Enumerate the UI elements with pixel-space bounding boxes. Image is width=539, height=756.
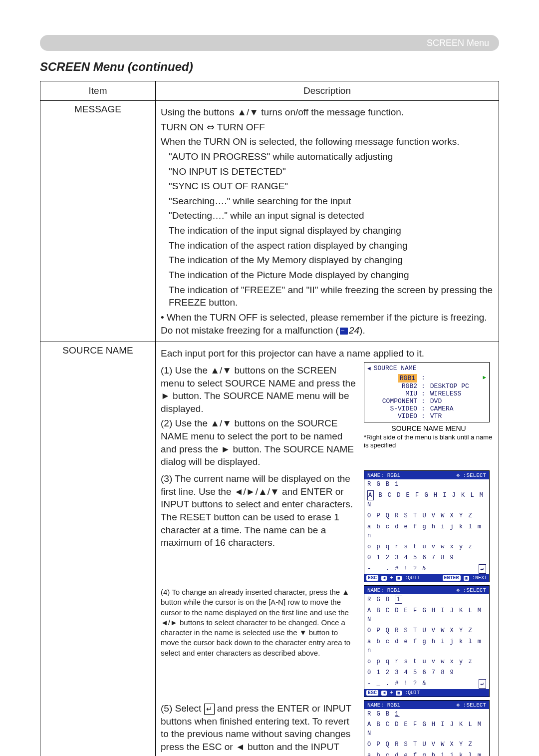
back-triangle-icon: ◀	[367, 365, 371, 372]
left-triangle-icon: ◀	[381, 576, 387, 581]
message-intro: Using the buttons ▲/▼ turns on/off the m…	[161, 106, 494, 119]
bullet: The indication of the input signal displ…	[169, 224, 494, 237]
osd-selected-port: RGB1	[398, 374, 417, 382]
dpad-icon: ✥	[457, 702, 460, 708]
bullet: The indication of "FREEZE" and "II" whil…	[169, 284, 494, 309]
osd-port: VIDEO	[367, 412, 419, 420]
osd-caption: SOURCE NAME MENU	[364, 424, 494, 432]
source-name-intro: Each input port for this projector can h…	[161, 347, 494, 360]
col-header-item: Item	[40, 81, 156, 101]
osd-source-name-menu: ◀ SOURCE NAME RGB1:▶ RGB2:DESKTOP PC MIU…	[364, 362, 490, 422]
item-message: MESSAGE	[40, 101, 156, 342]
osd-port: MIU	[367, 390, 419, 397]
osd-caption-note: *Right side of the menu is blank until a…	[364, 433, 494, 450]
osd-port: COMPONENT	[367, 397, 419, 405]
esc-button: ESC	[366, 575, 378, 581]
message-when-off: • When the TURN OFF is selected, please …	[161, 311, 494, 337]
message-bullets: "AUTO IN PROGRESS" while automatically a…	[169, 150, 494, 309]
osd-port-name: DVD	[430, 397, 442, 405]
osd-port: RGB2	[367, 382, 419, 390]
cursor-highlight: 1	[395, 596, 402, 604]
input-icon: ▣	[464, 576, 469, 581]
table-row: SOURCE NAME Each input port for this pro…	[40, 342, 499, 756]
source-name-step4: (4) To change an already inserted charac…	[161, 587, 358, 658]
bullet: The indication of the aspect ration disp…	[169, 239, 494, 252]
dpad-icon: ✥	[457, 472, 460, 478]
osd-port-name: DESKTOP PC	[430, 382, 469, 390]
source-name-step2: (2) Use the ▲/▼ buttons on the SOURCE NA…	[161, 417, 358, 468]
current-name: R G B 1	[364, 594, 489, 605]
osd-name-dialog-1: NAME: RGB1✥ :SELECT R G B 1 A B C D E F …	[364, 470, 490, 582]
table-row: MESSAGE Using the buttons ▲/▼ turns on/o…	[40, 101, 499, 342]
osd-name-dialog-3: NAME: RGB1✥ :SELECT R G B 1 A B C D E F …	[364, 700, 490, 756]
source-name-step3: (3) The current name will be displayed o…	[161, 472, 358, 549]
ref-page: 24	[349, 325, 359, 336]
input-icon: ▣	[396, 691, 401, 696]
dpad-icon: ✥	[457, 587, 460, 593]
bullet: "SYNC IS OUT OF RANGE"	[169, 180, 494, 193]
esc-button: ESC	[366, 690, 378, 696]
current-name: R G B 1	[364, 479, 489, 489]
item-source-name: SOURCE NAME	[40, 342, 156, 756]
bullet: The indication of the Picture Mode displ…	[169, 269, 494, 282]
osd-port-name: WIRELESS	[430, 390, 461, 397]
bullet: The indication of the My Memory displaye…	[169, 254, 494, 267]
manual-ref-icon	[340, 328, 348, 335]
message-toggle: TURN ON ⇔ TURN OFF	[161, 121, 494, 134]
turn-off-label: TURN OFF	[217, 122, 265, 132]
bullet: "NO INPUT IS DETECTED"	[169, 165, 494, 178]
bullet: "Searching…." while searching for the in…	[169, 195, 494, 208]
message-when-on: When the TURN ON is selected, the follow…	[161, 135, 494, 148]
toggle-sep-icon: ⇔	[207, 122, 215, 132]
section-title: SCREEN Menu (continued)	[40, 60, 499, 74]
bullet: "AUTO IN PROGRESS" while automatically a…	[169, 150, 494, 163]
turn-on-label: TURN ON	[161, 122, 204, 132]
enter-button: ENTER	[443, 575, 461, 581]
left-triangle-icon: ◀	[381, 691, 387, 696]
source-name-step1: (1) Use the ▲/▼ buttons on the SCREEN me…	[161, 364, 358, 415]
osd-title: SOURCE NAME	[374, 365, 417, 372]
current-name: R G B 1	[364, 709, 489, 719]
col-header-description: Description	[156, 81, 499, 101]
char-highlight: A	[367, 490, 374, 500]
breadcrumb-bar: SCREEN Menu	[40, 35, 499, 51]
bullet: "Detecting…." while an input signal is d…	[169, 209, 494, 222]
osd-name-dialog-2: NAME: RGB1✥ :SELECT R G B 1 A B C D E F …	[364, 585, 490, 697]
enter-symbol-icon: ↵	[479, 679, 486, 689]
screen-menu-table: Item Description MESSAGE Using the butto…	[40, 81, 499, 756]
enter-symbol-icon: ↵	[479, 564, 486, 574]
enter-symbol-icon: ↵	[204, 704, 215, 715]
osd-port-name: CAMERA	[430, 405, 454, 412]
play-triangle-icon: ▶	[483, 374, 486, 382]
osd-port: S-VIDEO	[367, 405, 419, 412]
input-icon: ▣	[396, 576, 401, 581]
source-name-step5: (5) Select ↵ and press the ENTER or INPU…	[161, 702, 358, 756]
osd-port-name: VTR	[430, 412, 442, 420]
breadcrumb-text: SCREEN Menu	[427, 38, 489, 48]
